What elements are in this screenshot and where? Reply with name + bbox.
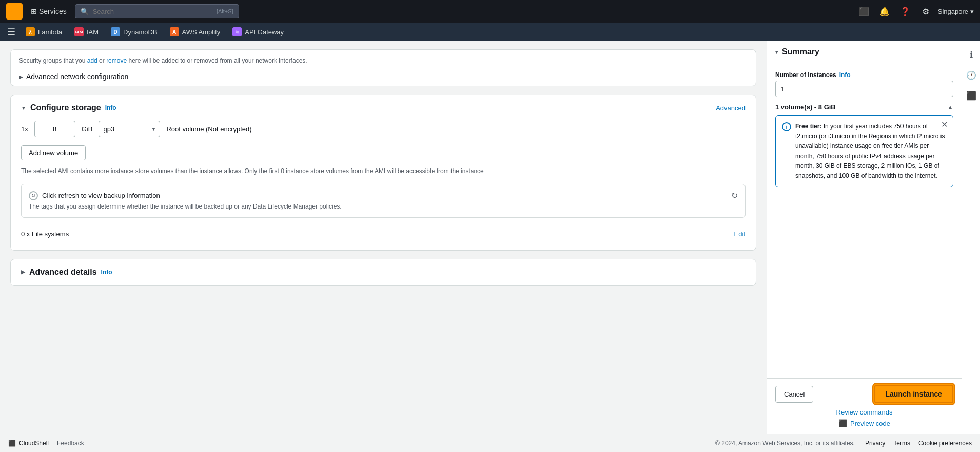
- review-commands-link[interactable]: Review commands: [775, 408, 953, 416]
- free-tier-prefix: Free tier:: [795, 123, 821, 130]
- sidebar-history-icon[interactable]: 🕐: [964, 68, 978, 82]
- lambda-label: Lambda: [38, 28, 62, 36]
- cloudshell-button[interactable]: ⬛ CloudShell: [8, 440, 49, 447]
- instances-label-text: Number of instances: [775, 71, 836, 79]
- collapse-icon[interactable]: ▼: [21, 105, 26, 111]
- aws-logo[interactable]: [6, 3, 23, 20]
- add-volume-button[interactable]: Add new volume: [21, 145, 86, 160]
- summary-title: Summary: [782, 47, 819, 56]
- advanced-details-expand-icon[interactable]: ▶: [21, 269, 25, 275]
- filesystems-row: 0 x File systems Edit: [21, 226, 746, 242]
- configure-storage-card: ▼ Configure storage Info Advanced 1x GiB…: [10, 95, 756, 251]
- backup-header: ↻ Click refresh to view backup informati…: [29, 191, 738, 200]
- feedback-link[interactable]: Feedback: [57, 440, 84, 447]
- search-input[interactable]: [93, 8, 195, 15]
- sidebar-terminal-icon[interactable]: ⬛: [964, 88, 978, 103]
- free-tier-close[interactable]: ✕: [941, 120, 948, 129]
- instances-info[interactable]: Info: [839, 71, 851, 79]
- backup-circle-icon: ↻: [29, 191, 38, 200]
- footer-left: ⬛ CloudShell Feedback: [8, 440, 84, 447]
- remove-link[interactable]: remove: [106, 57, 127, 64]
- cloudshell-label: CloudShell: [19, 440, 49, 447]
- storage-header: ▼ Configure storage Info Advanced: [21, 103, 746, 112]
- footer-links: Privacy Terms Cookie preferences: [865, 440, 972, 447]
- search-shortcut: [Alt+S]: [217, 8, 233, 14]
- nav-grid-icon: ⊞: [31, 7, 37, 15]
- region-selector[interactable]: Singapore ▾: [938, 8, 974, 15]
- lambda-icon: λ: [26, 27, 35, 36]
- dynamodb-icon: D: [111, 27, 120, 36]
- footer: ⬛ CloudShell Feedback © 2024, Amazon Web…: [0, 434, 980, 452]
- cloudshell-nav-icon[interactable]: ⬛: [856, 3, 872, 20]
- summary-collapse-icon[interactable]: ▾: [775, 49, 778, 55]
- vol-type-select[interactable]: gp3 gp2 io1 ▼: [99, 121, 160, 137]
- advanced-network-toggle[interactable]: ▶ Advanced network configuration: [19, 72, 748, 81]
- help-icon[interactable]: ❓: [897, 3, 913, 20]
- add-link[interactable]: add: [87, 57, 97, 64]
- summary-header: ▾ Summary: [767, 41, 962, 63]
- backup-title: ↻ Click refresh to view backup informati…: [29, 191, 160, 200]
- preview-code-label[interactable]: Preview code: [850, 420, 890, 427]
- filesystems-edit[interactable]: Edit: [734, 230, 746, 238]
- preview-code-row[interactable]: ⬛ Preview code: [775, 419, 953, 427]
- apigateway-service[interactable]: ≋ API Gateway: [227, 25, 289, 39]
- vol-size-input[interactable]: [34, 121, 75, 137]
- configure-storage-info[interactable]: Info: [105, 104, 116, 111]
- amplify-service[interactable]: A AWS Amplify: [165, 25, 226, 39]
- advanced-details-info[interactable]: Info: [101, 269, 112, 276]
- footer-copyright: © 2024, Amazon Web Services, Inc. or its…: [715, 440, 855, 447]
- search-bar[interactable]: 🔍 [Alt+S]: [75, 4, 239, 18]
- configure-storage-label: Configure storage: [30, 103, 101, 112]
- iam-service[interactable]: IAM IAM: [69, 25, 104, 39]
- preview-code-icon: ⬛: [838, 419, 847, 427]
- security-note: Security groups that you add or remove h…: [19, 55, 748, 66]
- advanced-details-title: ▶ Advanced details Info: [21, 268, 746, 277]
- apigateway-label: API Gateway: [245, 28, 284, 36]
- free-tier-text: Free tier: In your first year includes 7…: [795, 122, 947, 181]
- backup-section: ↻ Click refresh to view backup informati…: [21, 184, 746, 218]
- backup-desc: The tags that you assign determine wheth…: [29, 202, 738, 211]
- configure-storage-advanced[interactable]: Advanced: [716, 104, 746, 112]
- free-tier-info-icon: i: [782, 122, 791, 131]
- free-tier-body: In your first year includes 750 hours of…: [795, 123, 945, 179]
- vol-multiplier: 1x: [21, 125, 28, 133]
- dynamodb-label: DynamoDB: [123, 28, 157, 36]
- filesystems-label: 0 x File systems: [21, 230, 69, 238]
- iam-icon: IAM: [74, 27, 84, 36]
- main-layout: Security groups that you add or remove h…: [0, 41, 980, 434]
- cloudshell-icon: ⬛: [8, 440, 16, 447]
- vol-label: Root volume (Not encrypted): [166, 125, 251, 133]
- summary-body: Number of instances Info 1 volume(s) - 8…: [767, 63, 962, 378]
- settings-icon[interactable]: ⚙: [917, 3, 934, 20]
- apigateway-icon: ≋: [232, 27, 242, 36]
- top-nav: ⊞ Services 🔍 [Alt+S] ⬛ 🔔 ❓ ⚙ Singapore ▾: [0, 0, 980, 23]
- advanced-network-label: Advanced network configuration: [26, 72, 128, 81]
- security-card: Security groups that you add or remove h…: [10, 49, 756, 86]
- storage-title: ▼ Configure storage Info: [21, 103, 116, 112]
- services-bar: ☰ λ Lambda IAM IAM D DynamoDB A AWS Ampl…: [0, 23, 980, 41]
- free-tier-header: i Free tier: In your first year includes…: [782, 122, 947, 181]
- refresh-icon[interactable]: ↻: [731, 191, 738, 200]
- hamburger-menu[interactable]: ☰: [4, 24, 18, 40]
- cancel-button[interactable]: Cancel: [775, 386, 813, 403]
- summary-panel: ▾ Summary Number of instances Info 1 vol…: [767, 41, 962, 434]
- volumes-arrow-icon[interactable]: ▲: [947, 104, 953, 111]
- cookie-link[interactable]: Cookie preferences: [918, 440, 972, 447]
- dynamodb-service[interactable]: D DynamoDB: [106, 25, 162, 39]
- sidebar-info-icon[interactable]: ℹ: [964, 47, 978, 62]
- lambda-service[interactable]: λ Lambda: [21, 25, 67, 39]
- nav-services[interactable]: ⊞ Services: [27, 7, 71, 15]
- backup-title-label: Click refresh to view backup information: [42, 192, 160, 199]
- instances-label: Number of instances Info: [775, 71, 953, 79]
- advanced-details-label: Advanced details: [29, 268, 97, 277]
- launch-instance-button[interactable]: Launch instance: [874, 385, 953, 403]
- vol-unit: GiB: [82, 125, 93, 133]
- search-icon: 🔍: [81, 8, 89, 15]
- advanced-details-card: ▶ Advanced details Info: [10, 259, 756, 286]
- terms-link[interactable]: Terms: [893, 440, 910, 447]
- vol-type-dropdown[interactable]: gp3 gp2 io1: [99, 121, 160, 137]
- privacy-link[interactable]: Privacy: [865, 440, 885, 447]
- notifications-icon[interactable]: 🔔: [876, 3, 893, 20]
- instances-input[interactable]: [775, 81, 953, 97]
- volumes-label: 1 volume(s) - 8 GiB: [775, 103, 836, 111]
